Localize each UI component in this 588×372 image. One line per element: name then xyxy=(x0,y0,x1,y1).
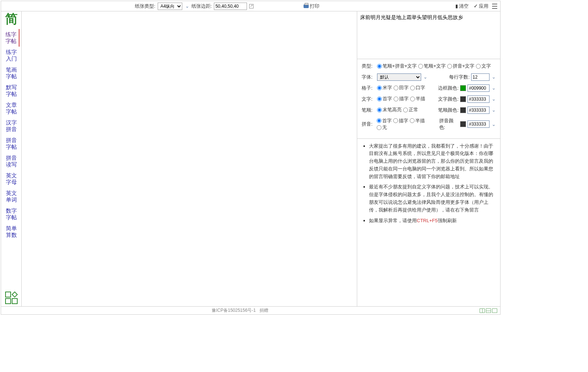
paper-type-select[interactable]: A4纵向 xyxy=(158,3,182,10)
check-icon: ✓ xyxy=(474,3,478,9)
grid-radios-1[interactable]: 田字 xyxy=(394,84,409,91)
margin-input[interactable] xyxy=(214,3,247,10)
apply-button[interactable]: ✓应用 xyxy=(472,3,490,10)
text-opt-label: 文字: xyxy=(362,96,376,102)
pinyin-radios-1[interactable]: 描字 xyxy=(393,118,408,124)
cols-label: 每行字数: xyxy=(449,74,470,80)
nav-item-7[interactable]: 拼音读写 xyxy=(3,152,19,170)
text-radios-1[interactable]: 描字 xyxy=(394,95,409,102)
border-color-swatch[interactable] xyxy=(460,85,466,91)
menu-icon[interactable] xyxy=(492,4,497,9)
notice-item: 最近有不少朋友提到自定义字体的问题，技术上可以实现。但是字体侵权的问题太多，且我… xyxy=(369,183,495,214)
border-color-input[interactable] xyxy=(467,84,490,92)
stroke-radios-1[interactable]: 正常 xyxy=(403,106,418,113)
broom-icon: ▮ xyxy=(455,3,458,9)
pinyin-radios-3[interactable]: 无 xyxy=(377,124,387,131)
nav-item-1[interactable]: 练字入门 xyxy=(3,47,19,64)
square-icon xyxy=(12,298,18,304)
stroke-color-input[interactable] xyxy=(467,106,490,114)
text-input-area xyxy=(357,11,500,59)
sidebar: 简 练字字帖练字入门笔画字帖默写字帖文章字帖汉字拼音拼音字帖拼音读写英文字母英文… xyxy=(1,11,22,306)
text-color-label: 文字颜色: xyxy=(438,96,459,102)
printer-icon xyxy=(304,4,309,8)
footer: 豫ICP备15025156号-1 捐赠 xyxy=(1,306,500,314)
pinyin-radios-2[interactable]: 半描 xyxy=(410,118,425,124)
nav-item-0[interactable]: 练字字帖 xyxy=(3,29,19,47)
diamond-icon xyxy=(11,292,18,298)
text-color-swatch[interactable] xyxy=(460,96,466,102)
preview-area[interactable] xyxy=(22,11,357,306)
notice-item: 大家提出了很多有用的建议，我都看到了，十分感谢！由于目前没有上账号系统，所以意见… xyxy=(369,142,495,181)
nav-item-9[interactable]: 英文单词 xyxy=(3,188,19,205)
font-select[interactable]: 默认 xyxy=(377,73,421,81)
grid-label: 格子: xyxy=(362,85,376,91)
pinyin-opt-label: 拼音: xyxy=(362,121,375,127)
pinyin-color-label: 拼音颜色: xyxy=(439,118,459,131)
nav-item-11[interactable]: 简单算数 xyxy=(3,223,19,241)
nav-item-5[interactable]: 汉字拼音 xyxy=(3,117,19,135)
notices[interactable]: 大家提出了很多有用的建议，我都看到了，十分感谢！由于目前没有上账号系统，所以意见… xyxy=(357,139,500,307)
layout-split-h-icon xyxy=(486,308,491,313)
nav-item-2[interactable]: 笔画字帖 xyxy=(3,64,19,82)
nav-item-4[interactable]: 文章字帖 xyxy=(3,100,19,117)
font-label: 字体: xyxy=(362,74,376,80)
paper-type-label: 纸张类型: xyxy=(135,3,155,10)
stroke-opt-label: 笔顺: xyxy=(362,107,376,113)
nav-item-3[interactable]: 默写字帖 xyxy=(3,82,19,100)
expand-icon[interactable] xyxy=(249,4,254,8)
text-radios-0[interactable]: 首字 xyxy=(377,95,392,102)
cols-input[interactable] xyxy=(471,73,490,81)
pinyin-radios-0[interactable]: 首字 xyxy=(377,118,392,124)
stroke-color-label: 笔顺颜色: xyxy=(438,107,459,113)
logo: 简 xyxy=(5,11,18,27)
chevron-down-icon: ⌄ xyxy=(185,3,189,9)
border-color-label: 边框颜色: xyxy=(438,85,459,91)
topbar: 纸张类型: A4纵向 ⌄ 纸张边距: 打印 ▮清空 ✓应用 xyxy=(1,1,500,11)
donate-link[interactable]: 捐赠 xyxy=(259,307,268,314)
nav-item-8[interactable]: 英文字母 xyxy=(3,170,19,188)
nav-item-10[interactable]: 数字字帖 xyxy=(3,205,19,223)
pinyin-color-input[interactable] xyxy=(467,120,490,128)
type-radios-3[interactable]: 文字 xyxy=(476,63,491,69)
bottom-icons[interactable] xyxy=(4,289,19,306)
stroke-radios-0[interactable]: 末笔高亮 xyxy=(377,106,402,113)
square-icon xyxy=(5,298,11,304)
type-radios-2[interactable]: 拼音+文字 xyxy=(447,63,475,69)
notice-item: 如果显示异常，请使用CTRL+F5强制刷新 xyxy=(369,217,495,225)
right-panel: 类型: 笔顺+拼音+文字笔顺+文字拼音+文字文字 字体: 默认⌄ 每行字数: ⌄… xyxy=(357,11,500,306)
layout-split-v-icon xyxy=(480,308,485,313)
text-color-input[interactable] xyxy=(467,95,490,103)
text-radios-2[interactable]: 半描 xyxy=(410,95,425,102)
grid-radios-0[interactable]: 米字 xyxy=(377,84,392,91)
type-radios-1[interactable]: 笔顺+文字 xyxy=(418,63,446,69)
grid-radios-2[interactable]: 口字 xyxy=(410,84,425,91)
text-input[interactable] xyxy=(360,14,497,56)
icp-link[interactable]: 豫ICP备15025156号-1 xyxy=(212,307,256,314)
type-radios-0[interactable]: 笔顺+拼音+文字 xyxy=(377,63,417,69)
type-label: 类型: xyxy=(362,63,376,69)
square-icon xyxy=(5,292,11,297)
stroke-color-swatch[interactable] xyxy=(460,107,466,113)
layout-icons[interactable] xyxy=(480,308,497,313)
layout-full-icon xyxy=(492,308,497,313)
options-panel: 类型: 笔顺+拼音+文字笔顺+文字拼音+文字文字 字体: 默认⌄ 每行字数: ⌄… xyxy=(357,59,500,139)
nav-item-6[interactable]: 拼音字帖 xyxy=(3,135,19,152)
clear-button[interactable]: ▮清空 xyxy=(454,3,470,10)
pinyin-color-swatch[interactable] xyxy=(460,121,466,127)
margin-label: 纸张边距: xyxy=(191,3,212,10)
print-button[interactable]: 打印 xyxy=(302,3,321,10)
